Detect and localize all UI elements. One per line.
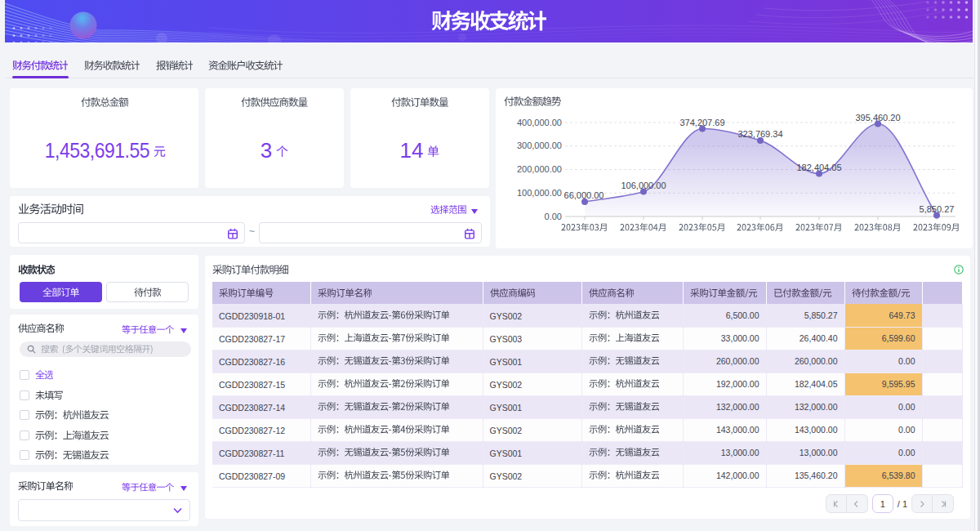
svg-text:66,000.00: 66,000.00 (564, 190, 604, 200)
svg-text:5,850.27: 5,850.27 (920, 204, 955, 214)
svg-text:395,460.20: 395,460.20 (855, 113, 900, 123)
svg-text:374,207.69: 374,207.69 (679, 118, 724, 127)
svg-text:100,000.00: 100,000.00 (517, 188, 562, 198)
svg-text:400,000.00: 400,000.00 (517, 118, 562, 127)
svg-text:182,404.05: 182,404.05 (796, 163, 841, 172)
svg-text:0.00: 0.00 (545, 212, 562, 221)
svg-text:323,769.34: 323,769.34 (737, 129, 782, 139)
svg-text:300,000.00: 300,000.00 (517, 141, 562, 150)
svg-text:106,000.00: 106,000.00 (621, 181, 666, 190)
svg-text:200,000.00: 200,000.00 (517, 164, 562, 174)
